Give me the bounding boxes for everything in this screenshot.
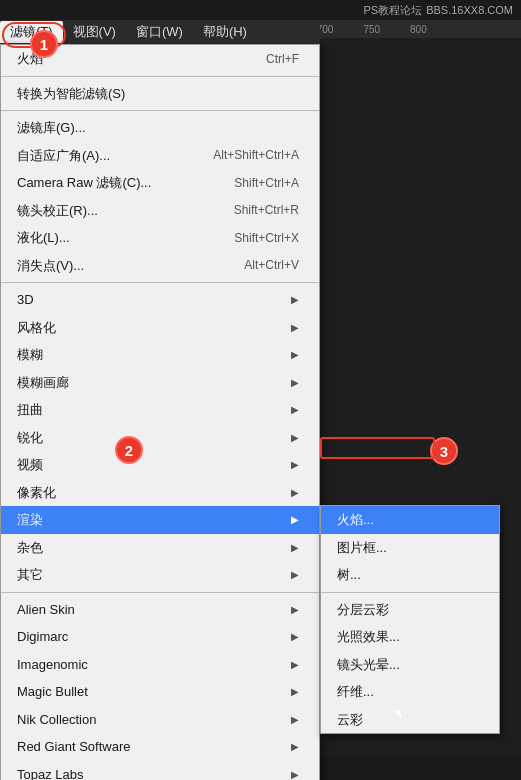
menu-item-label: Imagenomic bbox=[17, 655, 88, 675]
separator-2 bbox=[1, 110, 319, 111]
menu-shortcut: Shift+Ctrl+A bbox=[234, 174, 299, 192]
submenu-item-flame[interactable]: 火焰... bbox=[321, 506, 499, 534]
menu-item-digimarc[interactable]: Digimarc ▶ bbox=[1, 623, 319, 651]
menu-item-sharpen[interactable]: 锐化 ▶ bbox=[1, 424, 319, 452]
menu-item-label: 模糊画廊 bbox=[17, 373, 69, 393]
menu-shortcut: Alt+Shift+Ctrl+A bbox=[213, 146, 299, 164]
submenu-arrow-icon: ▶ bbox=[291, 430, 299, 445]
help-menu-trigger[interactable]: 帮助(H) bbox=[193, 21, 257, 43]
submenu-arrow-icon: ▶ bbox=[291, 712, 299, 727]
menu-item-label: 转换为智能滤镜(S) bbox=[17, 84, 125, 104]
menu-item-vanishing-point[interactable]: 消失点(V)... Alt+Ctrl+V bbox=[1, 252, 319, 280]
submenu-item-clouds[interactable]: 云彩 bbox=[321, 706, 499, 734]
menu-shortcut: Shift+Ctrl+R bbox=[234, 201, 299, 219]
menu-item-label: Red Giant Software bbox=[17, 737, 130, 757]
submenu-arrow-icon: ▶ bbox=[291, 485, 299, 500]
menu-item-label: 锐化 bbox=[17, 428, 43, 448]
menu-item-label: 消失点(V)... bbox=[17, 256, 84, 276]
submenu-arrow-icon: ▶ bbox=[291, 292, 299, 307]
menu-item-label: 风格化 bbox=[17, 318, 56, 338]
menu-shortcut: Shift+Ctrl+X bbox=[234, 229, 299, 247]
site-name: PS教程论坛 bbox=[363, 3, 422, 18]
menu-item-label: 杂色 bbox=[17, 538, 43, 558]
filter-dropdown-menu: 火焰 Ctrl+F 转换为智能滤镜(S) 滤镜库(G)... 自适应广角(A).… bbox=[0, 44, 320, 780]
menu-item-label: Alien Skin bbox=[17, 600, 75, 620]
render-submenu: 火焰... 图片框... 树... 分层云彩 光照效果... 镜头光晕... 纤… bbox=[320, 505, 500, 734]
menu-item-label: Magic Bullet bbox=[17, 682, 88, 702]
badge-step-2: 2 bbox=[115, 436, 143, 464]
submenu-arrow-icon: ▶ bbox=[291, 512, 299, 527]
menu-item-label: Nik Collection bbox=[17, 710, 96, 730]
submenu-item-layer-clouds[interactable]: 分层云彩 bbox=[321, 596, 499, 624]
menu-item-red-giant[interactable]: Red Giant Software ▶ bbox=[1, 733, 319, 761]
menu-item-liquify[interactable]: 液化(L)... Shift+Ctrl+X bbox=[1, 224, 319, 252]
menu-item-label: Camera Raw 滤镜(C)... bbox=[17, 173, 151, 193]
submenu-arrow-icon: ▶ bbox=[291, 457, 299, 472]
menu-item-blur-gallery[interactable]: 模糊画廊 ▶ bbox=[1, 369, 319, 397]
menu-item-label: 滤镜库(G)... bbox=[17, 118, 86, 138]
menu-item-label: 模糊 bbox=[17, 345, 43, 365]
menu-shortcut: Alt+Ctrl+V bbox=[244, 256, 299, 274]
submenu-arrow-icon: ▶ bbox=[291, 320, 299, 335]
top-bar: PS教程论坛 BBS.16XX8.COM bbox=[0, 0, 521, 20]
submenu-arrow-icon: ▶ bbox=[291, 739, 299, 754]
menu-item-noise[interactable]: 杂色 ▶ bbox=[1, 534, 319, 562]
menu-item-label: 其它 bbox=[17, 565, 43, 585]
ruler-mark-4: 800 bbox=[410, 24, 427, 35]
menu-item-label: 渲染 bbox=[17, 510, 43, 530]
menu-item-adaptive-wide[interactable]: 自适应广角(A)... Alt+Shift+Ctrl+A bbox=[1, 142, 319, 170]
separator-3 bbox=[1, 282, 319, 283]
menu-item-magic-bullet[interactable]: Magic Bullet ▶ bbox=[1, 678, 319, 706]
menu-item-label: 3D bbox=[17, 290, 34, 310]
submenu-arrow-icon: ▶ bbox=[291, 347, 299, 362]
menu-item-blur[interactable]: 模糊 ▶ bbox=[1, 341, 319, 369]
ruler-mark-3: 750 bbox=[363, 24, 380, 35]
separator-1 bbox=[1, 76, 319, 77]
menu-item-label: Topaz Labs bbox=[17, 765, 84, 781]
submenu-arrow-icon: ▶ bbox=[291, 657, 299, 672]
submenu-arrow-icon: ▶ bbox=[291, 767, 299, 780]
menu-item-imagenomic[interactable]: Imagenomic ▶ bbox=[1, 651, 319, 679]
separator-4 bbox=[1, 592, 319, 593]
menu-item-lens-correct[interactable]: 镜头校正(R)... Shift+Ctrl+R bbox=[1, 197, 319, 225]
menu-item-video[interactable]: 视频 ▶ bbox=[1, 451, 319, 479]
submenu-item-fibers[interactable]: 纤维... bbox=[321, 678, 499, 706]
menu-item-convert-smart[interactable]: 转换为智能滤镜(S) bbox=[1, 80, 319, 108]
submenu-arrow-icon: ▶ bbox=[291, 567, 299, 582]
submenu-arrow-icon: ▶ bbox=[291, 375, 299, 390]
submenu-item-lighting-effects[interactable]: 光照效果... bbox=[321, 623, 499, 651]
menu-item-camera-raw[interactable]: Camera Raw 滤镜(C)... Shift+Ctrl+A bbox=[1, 169, 319, 197]
menu-item-label: 扭曲 bbox=[17, 400, 43, 420]
submenu-separator bbox=[321, 592, 499, 593]
menu-item-filter-gallery[interactable]: 滤镜库(G)... bbox=[1, 114, 319, 142]
menu-shortcut: Ctrl+F bbox=[266, 50, 299, 68]
menu-item-nik-collection[interactable]: Nik Collection ▶ bbox=[1, 706, 319, 734]
submenu-item-tree[interactable]: 树... bbox=[321, 561, 499, 589]
view-menu-trigger[interactable]: 视图(V) bbox=[63, 21, 126, 43]
menu-item-topaz[interactable]: Topaz Labs ▶ bbox=[1, 761, 319, 781]
menu-item-stylize[interactable]: 风格化 ▶ bbox=[1, 314, 319, 342]
submenu-arrow-icon: ▶ bbox=[291, 602, 299, 617]
menu-item-label: 自适应广角(A)... bbox=[17, 146, 110, 166]
flame-item-highlight bbox=[320, 437, 435, 459]
submenu-item-picture-frame[interactable]: 图片框... bbox=[321, 534, 499, 562]
submenu-arrow-icon: ▶ bbox=[291, 402, 299, 417]
submenu-item-lens-flare[interactable]: 镜头光晕... bbox=[321, 651, 499, 679]
window-menu-trigger[interactable]: 窗口(W) bbox=[126, 21, 193, 43]
menu-item-other[interactable]: 其它 ▶ bbox=[1, 561, 319, 589]
menu-item-label: Digimarc bbox=[17, 627, 68, 647]
menu-item-3d[interactable]: 3D ▶ bbox=[1, 286, 319, 314]
submenu-arrow-icon: ▶ bbox=[291, 629, 299, 644]
menu-item-label: 像素化 bbox=[17, 483, 56, 503]
menu-item-pixelate[interactable]: 像素化 ▶ bbox=[1, 479, 319, 507]
submenu-arrow-icon: ▶ bbox=[291, 684, 299, 699]
submenu-arrow-icon: ▶ bbox=[291, 540, 299, 555]
menu-item-label: 镜头校正(R)... bbox=[17, 201, 98, 221]
site-url: BBS.16XX8.COM bbox=[426, 4, 513, 16]
menu-item-label: 视频 bbox=[17, 455, 43, 475]
menu-item-distort[interactable]: 扭曲 ▶ bbox=[1, 396, 319, 424]
badge-step-1: 1 bbox=[30, 30, 58, 58]
menu-item-alien-skin[interactable]: Alien Skin ▶ bbox=[1, 596, 319, 624]
menu-item-label: 液化(L)... bbox=[17, 228, 70, 248]
menu-item-render[interactable]: 渲染 ▶ 火焰... 图片框... 树... 分层云彩 光照效果... 镜头光晕… bbox=[1, 506, 319, 534]
